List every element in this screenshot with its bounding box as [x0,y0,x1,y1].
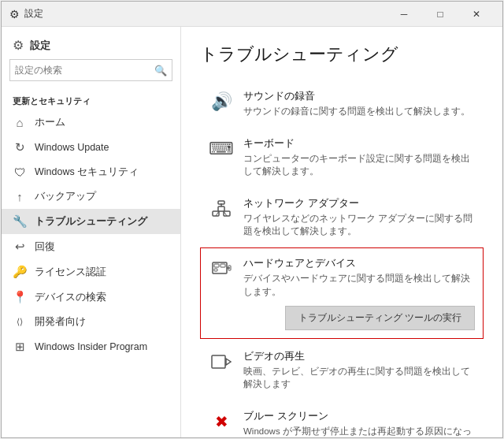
trouble-text-bsod: ブルー スクリーン Windows が予期せず停止または再起動する原因になってい… [243,409,475,437]
minimize-button[interactable]: ─ [386,2,422,27]
home-icon: ⌂ [13,116,27,129]
sidebar-item-label: Windows Update [35,142,109,153]
sidebar-section-label: 更新とセキュリティ [2,87,180,110]
trouble-text-sound: サウンドの録音 サウンドの録音に関する問題を検出して解決します。 [243,89,475,117]
sidebar-item-label: 開発者向け [35,315,86,329]
search-box[interactable]: 🔍 [9,59,172,81]
sidebar-item-recovery[interactable]: ↩ 回復 [2,234,180,259]
key-icon: 🔑 [13,265,27,279]
svg-marker-14 [226,359,231,365]
svg-rect-13 [212,355,225,368]
settings-icon: ⚙ [13,38,24,53]
sidebar-item-windows-security[interactable]: 🛡 Windows セキュリティ [2,160,180,184]
sidebar-item-developer[interactable]: ⟨⟩ 開発者向け [2,310,180,334]
title-bar-left: ⚙ 設定 [9,7,43,20]
shield-icon: 🛡 [13,166,27,179]
sidebar: ⚙ 設定 🔍 更新とセキュリティ ⌂ ホーム ↻ Windows Update … [2,27,181,437]
bsod-icon: ✖ [209,409,234,434]
location-icon: 📍 [13,290,27,304]
svg-rect-10 [214,269,217,271]
sidebar-item-label: トラブルシューティング [35,215,147,229]
trouble-item-video[interactable]: ビデオの再生 映画、テレビ、ビデオの再生に関する問題を検出して解決します [200,340,484,399]
main-content: トラブルシューティング 🔊 サウンドの録音 サウンドの録音に関する問題を検出して… [181,27,502,437]
hardware-icon [209,256,234,281]
trouble-text-hardware: ハードウェアとデバイス デバイスやハードウェアに関する問題を検出して解決します。 [243,256,475,297]
sidebar-title: 設定 [30,39,50,53]
run-troubleshooter-button[interactable]: トラブルシューティング ツールの実行 [285,306,475,330]
svg-rect-6 [218,201,224,204]
sidebar-item-label: Windows Insider Program [35,341,147,352]
keyboard-icon: ⌨ [209,136,234,162]
trouble-text-video: ビデオの再生 映画、テレビ、ビデオの再生に関する問題を検出して解決します [243,349,475,390]
backup-icon: ↑ [13,190,27,203]
window-title: 設定 [24,7,43,20]
dev-icon: ⟨⟩ [13,317,27,327]
sidebar-item-windows-update[interactable]: ↻ Windows Update [2,135,180,160]
network-icon [209,196,234,221]
trouble-item-network[interactable]: ネットワーク アダプター ワイヤレスなどのネットワーク アダプターに関する問題を… [200,188,484,246]
title-bar: ⚙ 設定 ─ □ ✕ [2,2,502,27]
search-input[interactable] [10,65,150,76]
trouble-text-keyboard: キーボード コンピューターのキーボード設定に関する問題を検出して解決します。 [243,136,475,177]
video-icon [209,349,234,374]
sidebar-item-label: Windows セキュリティ [35,166,139,179]
trouble-item-hardware[interactable]: ハードウェアとデバイス デバイスやハードウェアに関する問題を検出して解決します。… [200,247,484,338]
title-bar-controls: ─ □ ✕ [386,2,495,27]
sound-icon: 🔊 [209,89,234,114]
sidebar-item-label: 回復 [35,240,55,254]
sidebar-item-insider[interactable]: ⊞ Windows Insider Program [2,334,180,359]
recovery-icon: ↩ [13,240,27,254]
trouble-item-bsod[interactable]: ✖ ブルー スクリーン Windows が予期せず停止または再起動する原因になっ… [200,400,484,437]
search-button[interactable]: 🔍 [150,59,172,81]
trouble-item-sound[interactable]: 🔊 サウンドの録音 サウンドの録音に関する問題を検出して解決します。 [200,80,484,126]
sidebar-header: ⚙ 設定 [2,27,180,59]
sidebar-item-find-device[interactable]: 📍 デバイスの検索 [2,285,180,310]
sidebar-item-label: ライセンス認証 [35,266,106,279]
update-icon: ↻ [13,140,27,154]
sidebar-item-home[interactable]: ⌂ ホーム [2,110,180,135]
settings-window: ⚙ 設定 ─ □ ✕ ⚙ 設定 🔍 更新とセキュリティ ⌂ ホーム [1,1,503,438]
sidebar-item-troubleshoot[interactable]: 🔧 トラブルシューティング [2,209,180,234]
app-icon: ⚙ [9,8,20,20]
sidebar-item-label: ホーム [35,116,65,129]
close-button[interactable]: ✕ [458,2,495,27]
sidebar-item-label: バックアップ [35,190,96,203]
sidebar-item-backup[interactable]: ↑ バックアップ [2,184,180,209]
trouble-item-keyboard[interactable]: ⌨ キーボード コンピューターのキーボード設定に関する問題を検出して解決します。 [200,128,484,186]
wrench-icon: 🔧 [13,214,27,229]
windows-icon: ⊞ [13,340,27,354]
content-area: ⚙ 設定 🔍 更新とセキュリティ ⌂ ホーム ↻ Windows Update … [2,27,502,437]
sidebar-item-label: デバイスの検索 [35,291,106,304]
svg-rect-9 [220,264,225,267]
svg-rect-8 [214,264,219,267]
maximize-button[interactable]: □ [422,2,458,27]
page-title: トラブルシューティング [200,43,484,66]
trouble-text-network: ネットワーク アダプター ワイヤレスなどのネットワーク アダプターに関する問題を… [243,196,475,237]
hardware-row: ハードウェアとデバイス デバイスやハードウェアに関する問題を検出して解決します。 [209,256,475,297]
sidebar-item-activation[interactable]: 🔑 ライセンス認証 [2,259,180,285]
svg-rect-1 [218,206,224,211]
